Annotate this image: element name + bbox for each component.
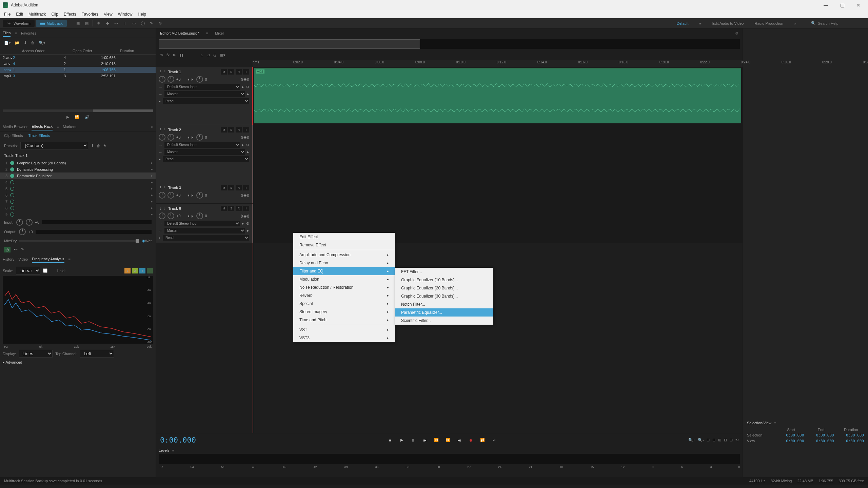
fx-slot[interactable]: 6▸ — [0, 192, 156, 198]
tool-slip-icon[interactable]: ⊷ — [113, 20, 119, 26]
pan-knob[interactable] — [196, 212, 203, 219]
insert-icon[interactable]: ⬇ — [24, 41, 27, 45]
tool-snap-icon[interactable]: ⊾ — [200, 53, 203, 57]
tool-send-icon[interactable]: ⊳ — [173, 53, 176, 57]
sub-fft-filter[interactable]: FFT Filter... — [395, 268, 493, 276]
tool-brush-icon[interactable]: ✎ — [149, 20, 155, 26]
close-button[interactable]: ✕ — [852, 1, 865, 9]
scale-checkbox[interactable] — [43, 268, 47, 273]
zoom-sel-icon[interactable]: ⊟ — [712, 438, 715, 442]
playhead[interactable] — [253, 67, 253, 433]
frequency-analysis-tab[interactable]: Frequency Analysis — [32, 256, 64, 263]
col-duration[interactable]: Duration — [101, 49, 153, 53]
sel-end[interactable]: 0:00.000 — [808, 433, 834, 438]
tool-ripple-icon[interactable]: ⊿ — [207, 53, 210, 57]
tool-move-icon[interactable]: ✥ — [96, 20, 102, 26]
arm-record-button[interactable]: R — [236, 127, 242, 133]
solo-button[interactable]: S — [228, 127, 234, 133]
pause-button[interactable]: ⏸ — [409, 436, 417, 444]
levels-menu-icon[interactable]: ≡ — [172, 448, 174, 452]
input-select[interactable]: Default Stereo Input — [164, 84, 240, 90]
zoom-fit-icon[interactable]: ⊡ — [707, 438, 710, 442]
zoom-reset-icon[interactable]: ⟲ — [735, 438, 738, 442]
mute-button[interactable]: M — [221, 206, 227, 211]
ctx-vst3[interactable]: VST3▸ — [293, 334, 395, 342]
ctx-filter-eq[interactable]: Filter and EQ▸ — [293, 267, 395, 275]
rack-power-icon[interactable]: ⏻ — [4, 247, 11, 252]
automation-select[interactable]: Read — [163, 235, 249, 241]
zoom-in-icon[interactable]: 🔍+ — [688, 438, 695, 442]
fx-arrow-icon[interactable]: ▸ — [151, 174, 153, 178]
fx-power-icon[interactable] — [10, 187, 14, 191]
track-name[interactable]: Track 6 — [168, 206, 181, 210]
timeline-ruler[interactable]: hms0:02.00:04.00:06.00:08.00:10.00:12.00… — [253, 60, 743, 67]
sel-start[interactable]: 0:00.000 — [778, 433, 804, 438]
fx-slot[interactable]: 4▸ — [0, 179, 156, 185]
panel-expand-icon[interactable]: » — [151, 125, 153, 129]
input-select[interactable]: Default Stereo Input — [164, 221, 240, 226]
fx-power-icon[interactable] — [10, 206, 14, 210]
volume-knob[interactable] — [159, 134, 165, 141]
volume-knob2[interactable] — [167, 76, 174, 83]
ctx-vst[interactable]: VST▸ — [293, 326, 395, 334]
col-open-order[interactable]: Open Order — [64, 49, 101, 53]
hold-2-button[interactable]: 2 — [132, 268, 138, 273]
solo-button[interactable]: S — [228, 69, 234, 75]
minimize-button[interactable]: — — [819, 1, 833, 9]
fx-power-icon[interactable] — [10, 174, 14, 178]
track-header[interactable]: ⋮⋮ Track 3 M S R I +0 ⏴⏵ 0 ((◉)) — [156, 183, 253, 203]
track-grip-icon[interactable]: ⋮⋮ — [159, 128, 166, 132]
pan-knob[interactable] — [196, 134, 203, 141]
menu-file[interactable]: File — [1, 12, 13, 17]
fx-slot[interactable]: 8▸ — [0, 205, 156, 211]
tool-marquee-icon[interactable]: ▭ — [131, 20, 137, 26]
zoom-out-v-icon[interactable]: ⊟ — [724, 438, 727, 442]
waveform-mode-button[interactable]: Waveform — [3, 20, 35, 27]
mixer-tab[interactable]: Mixer — [215, 31, 224, 35]
tool-pitch-icon[interactable]: ▤ — [84, 20, 90, 26]
mini-autoplay-icon[interactable]: 🔊 — [85, 115, 90, 119]
scale-select[interactable]: Linear — [16, 267, 40, 274]
ctx-stereo[interactable]: Stereo Imagery▸ — [293, 308, 395, 316]
audio-clip[interactable]: VO2 — [254, 68, 741, 123]
ctx-noise[interactable]: Noise Reduction / Restoration▸ — [293, 283, 395, 291]
menu-effects[interactable]: Effects — [61, 12, 79, 17]
timeline-overview[interactable] — [159, 39, 740, 49]
sub-parametric-eq[interactable]: Parametric Equalizer... — [395, 308, 493, 317]
workspace-more-icon[interactable]: » — [791, 20, 799, 27]
view-start[interactable]: 0:00.000 — [778, 439, 804, 443]
pan-knob[interactable] — [196, 76, 203, 83]
open-file-icon[interactable]: 📂 — [15, 41, 20, 45]
volume-knob[interactable] — [159, 76, 165, 83]
rack-prefader-icon[interactable]: ⊷ — [14, 247, 18, 252]
close-file-icon[interactable]: 🗑 — [31, 41, 35, 45]
file-row[interactable]: .sesx 1 1 1:06.755 — [0, 67, 156, 73]
forward-button[interactable]: ⏩ — [444, 436, 452, 444]
track-content[interactable] — [253, 125, 743, 183]
go-start-button[interactable]: ⏮ — [421, 436, 429, 444]
multitrack-mode-button[interactable]: Multitrack — [36, 20, 67, 27]
menu-window[interactable]: Window — [115, 12, 135, 17]
go-end-button[interactable]: ⏭ — [455, 436, 463, 444]
fx-power-icon[interactable] — [10, 167, 14, 171]
maximize-button[interactable]: ▢ — [835, 1, 849, 9]
workspace-options-icon[interactable]: ≡ — [696, 20, 704, 27]
arm-record-button[interactable]: R — [236, 69, 242, 75]
file-row[interactable]: 2.wav 2 4 1:00.686 — [0, 55, 156, 61]
output-select[interactable]: Master — [164, 228, 245, 233]
automation-select[interactable]: Read — [163, 98, 249, 104]
view-dur[interactable]: 0:30.000 — [838, 439, 864, 443]
track-content[interactable] — [253, 183, 743, 203]
tool-fx2-icon[interactable]: fx — [166, 53, 170, 57]
preset-save-icon[interactable]: ⬇ — [91, 143, 94, 148]
video-tab[interactable]: Video — [18, 256, 28, 263]
ctx-delay[interactable]: Delay and Echo▸ — [293, 259, 395, 267]
mix-slider[interactable] — [19, 240, 139, 242]
preset-delete-icon[interactable]: 🗑 — [97, 144, 100, 148]
input-select[interactable]: Default Stereo Input — [164, 142, 240, 148]
mute-button[interactable]: M — [221, 127, 227, 133]
volume-knob2[interactable] — [167, 192, 174, 199]
fx-slot[interactable]: 1Graphic Equalizer (20 Bands)▸ — [0, 160, 156, 166]
input-gain-knob[interactable] — [16, 219, 23, 226]
media-browser-tab[interactable]: Media Browser — [3, 123, 27, 130]
